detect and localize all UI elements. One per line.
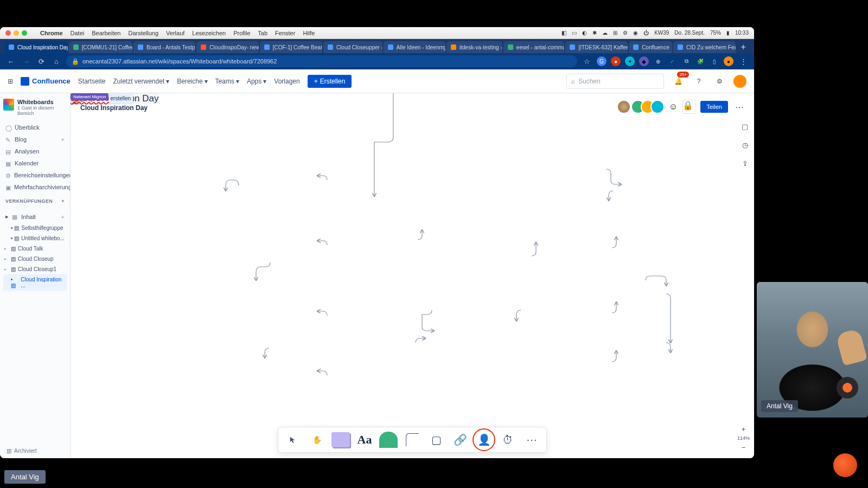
browser-tab[interactable]: CloudInspoDay- new×	[196, 41, 258, 53]
more-tools[interactable]: ⋯	[522, 431, 541, 449]
tree-item-current[interactable]: • ▧ Cloud Inspiration ...	[3, 274, 67, 291]
menu-tab[interactable]: Tab	[258, 30, 267, 36]
menu-datei[interactable]: Datei	[71, 30, 85, 36]
menu-verlauf[interactable]: Verlauf	[166, 30, 184, 36]
extension-icon[interactable]: G	[597, 56, 607, 66]
zoom-out-button[interactable]: −	[738, 443, 749, 452]
menu-profile[interactable]: Profile	[233, 30, 250, 36]
home-button[interactable]: ⌂	[51, 56, 62, 67]
text-tool[interactable]: Aa	[355, 431, 374, 449]
tree-item[interactable]: ▸▧ Cloud Talk	[3, 243, 67, 254]
new-tab-button[interactable]: +	[737, 41, 750, 53]
nav-startseite[interactable]: Startseite	[78, 78, 106, 85]
extension-icon[interactable]: ⧉	[681, 56, 691, 66]
extension-icon[interactable]: ▯	[710, 56, 719, 66]
space-title[interactable]: Whiteboards	[17, 99, 67, 105]
extension-icon[interactable]: ●	[611, 56, 621, 66]
settings-icon[interactable]: ⚙	[713, 75, 726, 88]
extension-icon[interactable]: ✓	[667, 56, 677, 66]
profile-icon[interactable]: ●	[724, 56, 733, 66]
menubar-icon[interactable]: ⚙	[623, 30, 628, 36]
template-tool[interactable]: ▢	[427, 431, 445, 449]
menubar-icon[interactable]: ⊞	[613, 30, 617, 36]
app-switcher-icon[interactable]: ⊞	[8, 78, 13, 85]
hand-tool[interactable]: ✋	[308, 431, 326, 449]
timer-tool[interactable]: ⏱	[499, 431, 517, 449]
tree-item[interactable]: ▸▧ Cloud Closeup1	[3, 264, 67, 274]
lock-icon: 🔒	[72, 58, 79, 65]
archived-link[interactable]: ▥ Archiviert	[7, 448, 37, 454]
menubar-icon[interactable]: ◧	[561, 30, 566, 36]
sidebar-settings[interactable]: ⚙Bereichseinstellungen	[3, 169, 67, 181]
nav-apps[interactable]: Apps ▾	[247, 78, 266, 85]
back-button[interactable]: ←	[5, 56, 16, 67]
stamp-tool[interactable]: 👤	[475, 431, 493, 449]
sidebar-blog[interactable]: ✎Blog+	[3, 133, 67, 145]
bookmark-icon[interactable]: ☆	[582, 56, 592, 67]
create-button[interactable]: +Erstellen	[308, 75, 352, 88]
browser-tab[interactable]: itdesk-va-testing - ×	[446, 41, 502, 53]
menu-lesezeichen[interactable]: Lesezeichen	[192, 30, 226, 36]
connector-tool[interactable]	[403, 431, 422, 449]
menubar-icon[interactable]: ⏻	[643, 30, 649, 36]
browser-tab[interactable]: eesel - antal-commu×	[503, 41, 565, 53]
sidebar-analytics[interactable]: ▤Analysen	[3, 145, 67, 157]
app-menu[interactable]: Chrome	[40, 30, 63, 36]
nav-spaces[interactable]: Bereiche ▾	[177, 78, 207, 85]
menubar-icon[interactable]: ◉	[633, 30, 638, 36]
sidebar-archive[interactable]: ▣Mehrfacharchivierung	[3, 181, 67, 193]
sticky-tool[interactable]	[331, 431, 350, 449]
browser-tab[interactable]: Cloud Inspiration Day×	[4, 41, 68, 53]
whiteboard-canvas[interactable]: Whiteboards Cloud Inspiration Day ☺ 🔒 Te…	[71, 93, 754, 458]
menubar-icon[interactable]: ✱	[592, 30, 597, 36]
browser-tab[interactable]: [COF-1] Coffee Bean×	[260, 41, 322, 53]
tree-item[interactable]: • ▧ Untitled whitebo...	[3, 233, 67, 243]
search-icon: ⌕	[571, 78, 575, 85]
shape-tool[interactable]	[379, 431, 398, 449]
menu-darstellung[interactable]: Darstellung	[128, 30, 158, 36]
browser-tab[interactable]: Cloud Closeupper -×	[323, 41, 382, 53]
menu-fenster[interactable]: Fenster	[275, 30, 295, 36]
browser-tab[interactable]: Confluence×	[629, 41, 672, 53]
space-icon[interactable]	[3, 99, 14, 111]
zoom-in-button[interactable]: +	[738, 425, 749, 433]
profile-avatar[interactable]	[733, 75, 746, 88]
tree-item[interactable]: • ▧ Selbsthilfegruppe	[3, 223, 67, 233]
browser-tab[interactable]: Alle Ideen - Ideenmg×	[384, 41, 445, 53]
menu-hilfe[interactable]: Hilfe	[303, 30, 315, 36]
extension-icon[interactable]: ◆	[639, 56, 649, 66]
window-controls[interactable]	[5, 30, 27, 36]
browser-tab[interactable]: [ITDESK-632] Kaffee×	[565, 41, 628, 53]
confluence-logo[interactable]: Confluence	[21, 77, 71, 86]
zoom-level[interactable]: 114%	[737, 435, 750, 441]
link-tool[interactable]: 🔗	[451, 431, 469, 449]
nav-recent[interactable]: Zuletzt verwendet ▾	[113, 78, 170, 85]
sidebar-calendar[interactable]: ▦Kalender	[3, 157, 67, 169]
extension-icon[interactable]: ✦	[625, 56, 635, 66]
space-subtitle: 1 Gast in diesem Bereich	[17, 105, 67, 116]
menubar-icon[interactable]: ▭	[572, 30, 577, 36]
browser-tab[interactable]: CID Zu welchem Fea×	[673, 41, 736, 53]
sidebar-content[interactable]: ▸▦Inhalt+	[3, 210, 67, 223]
pointer-tool[interactable]	[284, 431, 302, 449]
sidebar-overview[interactable]: ◯Überblick	[3, 121, 67, 133]
menu-bearbeiten[interactable]: Bearbeiten	[92, 30, 120, 36]
notifications-icon[interactable]: 🔔	[672, 75, 685, 88]
browser-tab[interactable]: [COMMU1-21] Coffee×	[69, 41, 132, 53]
webcam-thumbnail[interactable]: Antal Vig	[757, 282, 868, 418]
forward-button[interactable]: →	[21, 56, 31, 67]
menubar-icon[interactable]: ◐	[582, 30, 587, 36]
address-bar[interactable]: 🔒 onecantal2307.atlassian.net/wiki/space…	[66, 55, 577, 67]
extension-icon[interactable]: ⊕	[653, 56, 663, 66]
search-input[interactable]: ⌕ Suchen	[566, 74, 664, 89]
menubar-icon[interactable]: ☁	[602, 30, 608, 36]
nav-templates[interactable]: Vorlagen	[274, 78, 299, 85]
browser-tab[interactable]: Board - Antals Testpr×	[133, 41, 195, 53]
menu-icon[interactable]: ⋮	[738, 56, 749, 67]
tree-item[interactable]: ▸▧ Cloud Closeup	[3, 254, 67, 264]
help-icon[interactable]: ?	[692, 75, 705, 88]
nav-teams[interactable]: Teams ▾	[215, 78, 239, 85]
extension-icon[interactable]: 🧩	[695, 56, 705, 66]
add-icon[interactable]: +	[61, 198, 65, 204]
reload-button[interactable]: ⟳	[36, 56, 47, 67]
